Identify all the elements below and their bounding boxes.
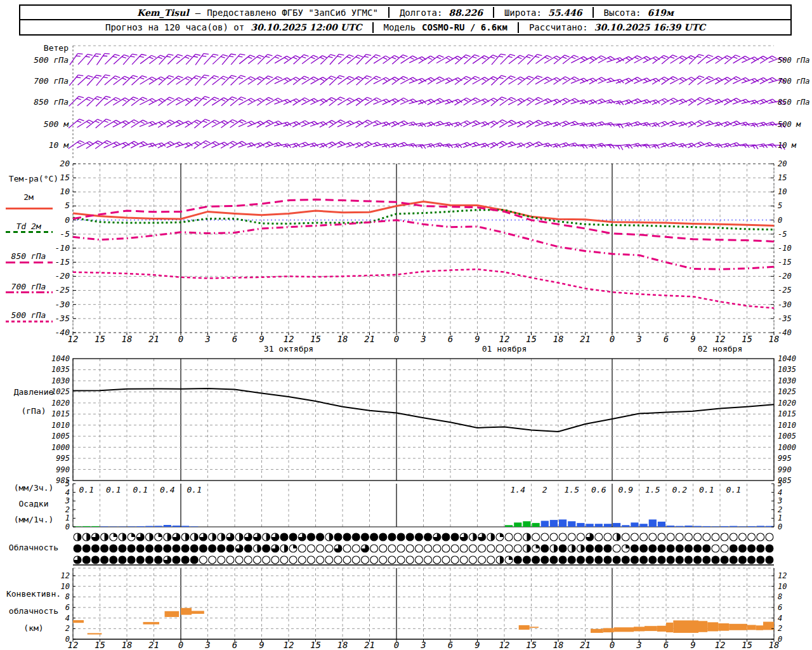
wind-barb bbox=[409, 56, 426, 67]
altitude-label: Высота: bbox=[604, 8, 641, 18]
temp-ytick-right: 20 bbox=[778, 159, 787, 168]
wind-barb bbox=[418, 143, 435, 150]
cloud-circle bbox=[514, 533, 521, 541]
wind-barb bbox=[311, 76, 327, 88]
wind-barbs bbox=[69, 51, 786, 152]
cloud-circle bbox=[622, 533, 629, 541]
precip-bar bbox=[667, 526, 674, 527]
xtick-temp: 0 bbox=[178, 334, 183, 344]
wind-barb bbox=[490, 140, 507, 152]
wind-barb bbox=[258, 53, 272, 67]
cloud-circle bbox=[738, 545, 746, 552]
cloud-circle bbox=[307, 533, 315, 541]
cloud-circle bbox=[379, 533, 387, 541]
precip-bar bbox=[181, 526, 189, 527]
precip-bar bbox=[604, 524, 612, 527]
wind-barb bbox=[634, 77, 651, 88]
precip-bar bbox=[658, 522, 665, 527]
wind-barb bbox=[751, 77, 768, 88]
convective-block bbox=[519, 625, 530, 630]
conv-ytick-left: 12 bbox=[61, 571, 70, 580]
wind-barb bbox=[481, 120, 499, 131]
wind-barb bbox=[697, 142, 714, 152]
temp-ytick-left: 0 bbox=[65, 215, 70, 225]
cloud-circle bbox=[640, 533, 648, 541]
xtick-temp: 12 bbox=[68, 334, 79, 344]
cloud-circle bbox=[631, 556, 638, 564]
wind-barb bbox=[158, 140, 174, 152]
precip-bar bbox=[613, 523, 620, 527]
precip-bar bbox=[128, 526, 135, 527]
cloud-fill bbox=[527, 533, 530, 541]
cloud-circle bbox=[631, 545, 638, 552]
cloud-circle bbox=[604, 533, 612, 541]
cloud-circle bbox=[280, 556, 288, 564]
wind-barb-row-1 bbox=[69, 73, 785, 89]
pressure-ytick-right: 1015 bbox=[778, 409, 796, 418]
wind-barb bbox=[195, 51, 209, 67]
xtick-temp: 9 bbox=[259, 334, 264, 344]
cloud-circle bbox=[667, 533, 674, 541]
pressure-panel-units: (гПа) bbox=[0, 406, 67, 416]
latitude-value: 55.446 bbox=[548, 8, 582, 18]
cloud-circle bbox=[541, 533, 549, 541]
wind-barb bbox=[589, 76, 606, 88]
cloud-circle bbox=[145, 556, 153, 564]
cloud-circle bbox=[684, 533, 692, 541]
wind-barb bbox=[266, 96, 282, 109]
cloud-circle bbox=[128, 545, 135, 552]
xtick-temp: 3 bbox=[636, 334, 641, 344]
cloud-circle bbox=[514, 556, 521, 564]
pressure-ytick-left: 995 bbox=[56, 454, 70, 463]
wind-barb bbox=[105, 53, 119, 67]
wind-barb bbox=[589, 121, 606, 130]
temp-ytick-right: -5 bbox=[778, 230, 787, 239]
cloud-circle bbox=[181, 545, 189, 552]
cloud-circle bbox=[317, 556, 324, 564]
wind-barb bbox=[454, 96, 471, 109]
pressure-ytick-right: 1020 bbox=[778, 399, 796, 408]
xtick-temp: 12 bbox=[284, 334, 294, 344]
precip-bar bbox=[622, 525, 629, 527]
wind-barb bbox=[256, 141, 273, 152]
precip-3h-value: 0.9 bbox=[619, 485, 633, 494]
cloud-fill bbox=[284, 545, 288, 552]
wind-barb bbox=[625, 143, 642, 151]
convective-block bbox=[698, 621, 707, 632]
xtick-temp: 15 bbox=[526, 334, 537, 344]
header-dash: — bbox=[195, 8, 200, 18]
temp-ytick-left: -5 bbox=[60, 229, 70, 239]
wind-barb bbox=[320, 141, 337, 152]
cloud-fill bbox=[213, 533, 216, 541]
convective-block bbox=[614, 627, 634, 632]
wind-barb bbox=[301, 97, 318, 109]
provider-text: Предоставлено ФГБУ "ЗапСиб УГМС" bbox=[207, 8, 378, 18]
wind-barb bbox=[239, 120, 256, 131]
wind-barb bbox=[391, 96, 408, 109]
wind-barb-row-0 bbox=[70, 51, 786, 67]
precip-bar bbox=[649, 519, 657, 527]
cloud-circle bbox=[136, 556, 144, 564]
cloud-circle bbox=[173, 556, 180, 564]
cloud-circle bbox=[406, 556, 414, 564]
cloud-circle bbox=[658, 545, 665, 552]
cloud-fill bbox=[86, 533, 90, 541]
precip-bar bbox=[676, 526, 683, 527]
cloud-circle bbox=[82, 556, 90, 564]
cloud-circle bbox=[334, 556, 342, 564]
convective-block bbox=[747, 625, 756, 630]
precip-units-3h: (мм/3ч.) bbox=[0, 483, 67, 493]
cloud-circle bbox=[730, 545, 737, 552]
cloud-circle bbox=[442, 545, 450, 552]
xtick-temp: 15 bbox=[310, 334, 321, 344]
cloud-circle bbox=[712, 533, 719, 541]
wind-barb bbox=[374, 55, 390, 67]
cloud-circle bbox=[738, 556, 746, 564]
wind-barb bbox=[176, 97, 192, 109]
cloud-circle bbox=[667, 556, 674, 564]
wind-barb bbox=[688, 119, 705, 131]
cloud-circle bbox=[424, 556, 432, 564]
wind-barb bbox=[733, 98, 750, 109]
meteogram-page: { "header": { "station": "Kem_Tisul", "d… bbox=[0, 0, 812, 650]
wind-barb bbox=[544, 98, 561, 109]
